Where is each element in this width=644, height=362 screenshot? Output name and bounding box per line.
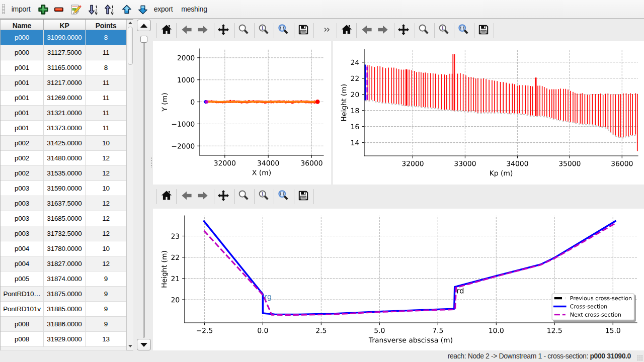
svg-text:1: 1 <box>441 25 444 31</box>
svg-text:1: 1 <box>261 25 264 31</box>
svg-text:1: 1 <box>261 191 264 197</box>
